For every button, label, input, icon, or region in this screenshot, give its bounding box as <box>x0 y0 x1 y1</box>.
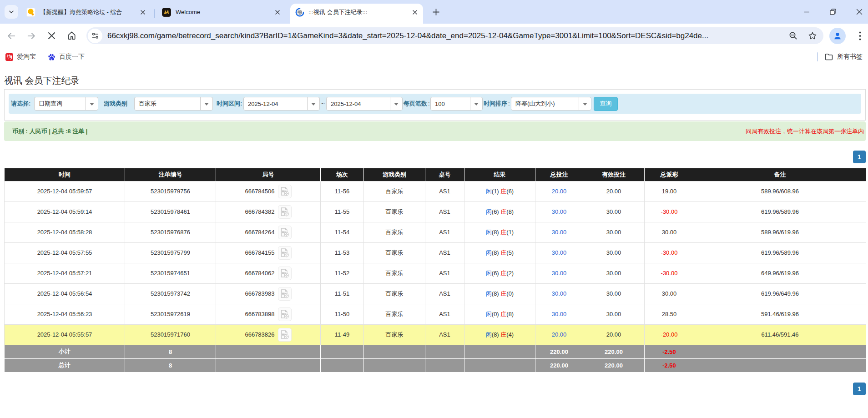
tab-bet-records-active[interactable]: :::视讯 会员下注纪录::: <box>290 4 423 24</box>
dropdown-arrow-icon[interactable] <box>200 97 212 110</box>
back-button[interactable] <box>4 28 19 44</box>
tab-welcome[interactable]: Welcome <box>157 4 286 24</box>
result-banker-score: (8) <box>506 311 514 317</box>
total-total-bet: 220.00 <box>535 358 583 372</box>
result-banker-label: 庄 <box>500 249 506 256</box>
result-player-score: (8) <box>492 229 501 236</box>
url-text[interactable]: 66cxkj98.com/game/betrecord_search/kind3… <box>107 31 780 40</box>
cell-valid-bet: 30.00 <box>583 242 645 263</box>
cell-time: 2025-12-04 05:56:54 <box>5 283 125 304</box>
result-banker-label: 庄 <box>500 331 506 338</box>
cell-note: 619.96/589.96 <box>694 242 866 263</box>
video-replay-button[interactable] <box>278 185 292 198</box>
video-replay-button[interactable] <box>278 328 292 342</box>
close-window-button[interactable] <box>851 0 868 24</box>
video-replay-button[interactable] <box>278 307 292 321</box>
video-replay-button[interactable] <box>278 267 292 280</box>
tab-search-button[interactable] <box>5 5 18 19</box>
cell-bet-id: 523015975799 <box>125 242 216 263</box>
column-header: 结果 <box>464 168 535 181</box>
cell-table-number: AS1 <box>425 242 464 263</box>
minimize-button[interactable] <box>798 0 815 24</box>
cell-valid-bet: 30.00 <box>583 263 645 283</box>
bookmark-label: 百度一下 <box>59 53 85 61</box>
page-1-button[interactable]: 1 <box>853 151 866 163</box>
home-button[interactable] <box>64 28 79 44</box>
cell-note: 649.96/619.96 <box>694 263 866 283</box>
note-text: 同局有效投注，统一计算在该局第一张注单内 <box>746 127 864 136</box>
tab-close-icon[interactable] <box>273 8 282 17</box>
cell-round: 666784382 <box>216 201 321 222</box>
result-banker-label: 庄 <box>500 208 506 215</box>
new-tab-button[interactable] <box>429 5 442 18</box>
bookmark-taobao[interactable]: 爱淘宝 <box>5 53 36 61</box>
cell-session: 11-49 <box>321 324 364 345</box>
cell-time: 2025-12-04 05:59:14 <box>5 201 125 222</box>
table-header: 时间 注单编号 局号 场次 游戏类别 桌号 结果 总投注 有效投注 总派彩 备注 <box>5 168 866 181</box>
tab-close-icon[interactable] <box>138 8 147 17</box>
subtotal-payout: -2.50 <box>645 345 694 358</box>
query-type-select[interactable]: 日期查询 <box>34 97 98 111</box>
cell-total-bet[interactable]: 30.00 <box>535 263 583 283</box>
tab-divider <box>154 9 155 18</box>
dropdown-arrow-icon[interactable] <box>307 97 319 110</box>
dropdown-arrow-icon[interactable] <box>470 97 482 110</box>
tab-forum[interactable]: 【新提醒】海燕策略论坛 - 综合 <box>22 4 151 24</box>
date-end-select[interactable]: 2025-12-04 <box>326 97 403 111</box>
bookmark-baidu[interactable]: 百度一下 <box>48 53 85 61</box>
cell-total-bet[interactable]: 30.00 <box>535 283 583 304</box>
restore-button[interactable] <box>824 0 842 24</box>
video-replay-button[interactable] <box>278 205 292 219</box>
search-button[interactable]: 查询 <box>594 97 618 111</box>
dropdown-arrow-icon[interactable] <box>390 97 402 110</box>
result-banker-score: (5) <box>506 249 514 256</box>
round-number: 666783826 <box>245 331 274 338</box>
table-row: 2025-12-04 05:57:55523015975799666784155… <box>5 242 866 263</box>
video-replay-button[interactable] <box>278 226 292 239</box>
dropdown-arrow-icon[interactable] <box>579 97 591 110</box>
browser-menu-button[interactable] <box>855 28 865 44</box>
cell-note: 589.96/619.96 <box>694 222 866 242</box>
video-replay-button[interactable] <box>278 287 292 301</box>
game-type-select[interactable]: 百家乐 <box>134 97 213 111</box>
date-start-select[interactable]: 2025-12-04 <box>243 97 320 111</box>
video-file-icon <box>280 309 290 319</box>
round-number: 666783983 <box>245 290 274 297</box>
address-bar[interactable]: 66cxkj98.com/game/betrecord_search/kind3… <box>86 27 823 44</box>
profile-avatar[interactable] <box>829 28 846 44</box>
cell-total-bet[interactable]: 30.00 <box>535 222 583 242</box>
plus-icon <box>432 8 440 16</box>
page-size-label: 每页笔数: <box>404 100 430 108</box>
cell-total-bet[interactable]: 30.00 <box>535 242 583 263</box>
result-player-label: 闲 <box>486 270 492 277</box>
video-file-icon <box>280 207 290 217</box>
tab-title: :::视讯 会员下注纪录::: <box>308 8 410 16</box>
bookmark-star-button[interactable] <box>807 30 818 41</box>
table-row: 2025-12-04 05:59:14523015978461666784382… <box>5 201 866 222</box>
stop-button[interactable] <box>44 28 59 44</box>
site-info-button[interactable] <box>88 29 102 43</box>
cell-total-bet[interactable]: 20.00 <box>535 324 583 345</box>
minimize-icon <box>804 9 810 15</box>
sort-select[interactable]: 降幂(由大到小) <box>511 97 591 111</box>
result-banker-score: (4) <box>506 331 514 338</box>
result-banker-label: 庄 <box>500 270 506 277</box>
result-banker-score: (1) <box>506 229 514 236</box>
round-number: 666783898 <box>245 311 274 317</box>
cell-total-bet[interactable]: 30.00 <box>535 201 583 222</box>
result-player-score: (8) <box>492 331 501 338</box>
video-replay-button[interactable] <box>278 246 292 260</box>
zoom-level-button[interactable] <box>788 30 799 41</box>
page-size-select[interactable]: 100 <box>430 97 483 111</box>
tab-close-icon[interactable] <box>410 8 419 17</box>
column-header: 游戏类别 <box>364 168 425 181</box>
column-header: 备注 <box>694 168 866 181</box>
page-1-button[interactable]: 1 <box>853 383 866 395</box>
all-bookmarks[interactable]: 所有书签 <box>817 52 863 61</box>
cell-total-bet[interactable]: 30.00 <box>535 304 583 324</box>
forward-button[interactable] <box>24 28 39 44</box>
dropdown-arrow-icon[interactable] <box>86 97 98 110</box>
cell-bet-id: 523015973742 <box>125 283 216 304</box>
cell-total-bet[interactable]: 20.00 <box>535 181 583 201</box>
filter-bar: 请选择: 日期查询 游戏类别 百家乐 时间区间: 2025-12-04 ~ 20… <box>9 94 861 114</box>
